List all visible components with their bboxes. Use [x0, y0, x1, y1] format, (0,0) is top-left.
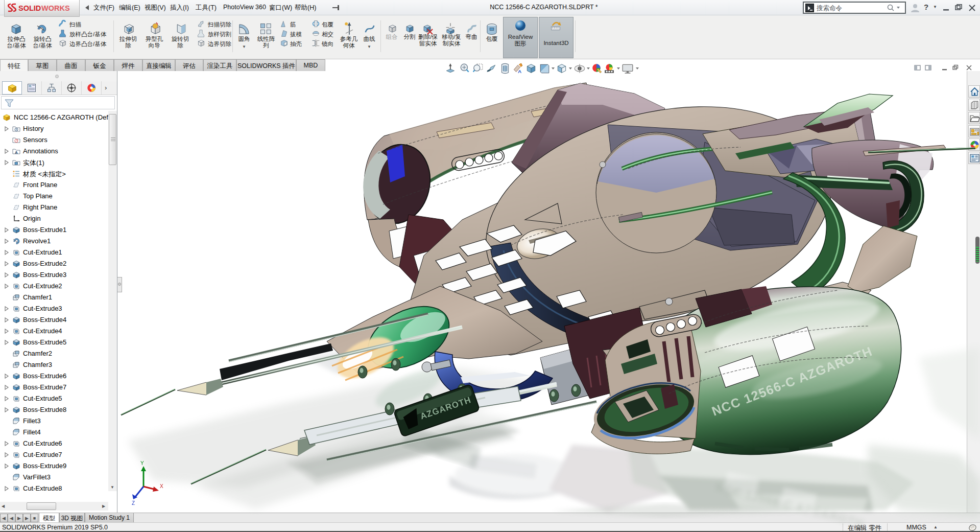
- svg-text:WORKS: WORKS: [41, 4, 70, 12]
- svg-text:Y: Y: [140, 460, 144, 466]
- svg-text:X: X: [160, 483, 163, 489]
- svg-text:AZGAROTH: AZGAROTH: [419, 395, 472, 422]
- svg-text:SOLID: SOLID: [18, 4, 41, 12]
- svg-text:A: A: [15, 150, 18, 155]
- svg-text:NCC 12566-C AZGAROTH: NCC 12566-C AZGAROTH: [710, 344, 874, 419]
- svg-text:Z: Z: [132, 500, 135, 506]
- svg-text:A: A: [518, 68, 521, 74]
